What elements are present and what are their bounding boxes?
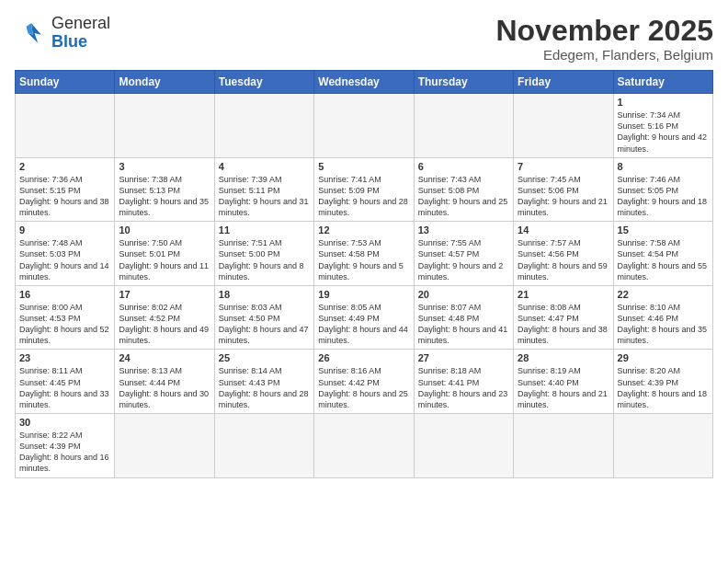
day-info: Sunrise: 8:18 AM Sunset: 4:41 PM Dayligh… (418, 365, 509, 410)
logo: GeneralBlue (15, 15, 110, 52)
day-info: Sunrise: 8:13 AM Sunset: 4:44 PM Dayligh… (119, 365, 210, 410)
table-row (514, 94, 613, 158)
table-row (115, 414, 214, 478)
day-info: Sunrise: 7:39 AM Sunset: 5:11 PM Dayligh… (219, 174, 310, 219)
col-sunday: Sunday (16, 71, 115, 94)
header: GeneralBlue November 2025 Edegem, Flande… (15, 15, 713, 63)
day-info: Sunrise: 8:19 AM Sunset: 4:40 PM Dayligh… (518, 365, 609, 410)
table-row (414, 94, 513, 158)
day-info: Sunrise: 7:55 AM Sunset: 4:57 PM Dayligh… (418, 237, 509, 282)
table-row: 4Sunrise: 7:39 AM Sunset: 5:11 PM Daylig… (214, 157, 313, 222)
table-row: 2Sunrise: 7:36 AM Sunset: 5:15 PM Daylig… (16, 157, 115, 222)
table-row (314, 414, 414, 478)
table-row: 25Sunrise: 8:14 AM Sunset: 4:43 PM Dayli… (214, 350, 313, 414)
table-row (414, 414, 513, 478)
table-row (613, 414, 712, 478)
day-info: Sunrise: 7:57 AM Sunset: 4:56 PM Dayligh… (518, 237, 609, 282)
calendar-week-row: 9Sunrise: 7:48 AM Sunset: 5:03 PM Daylig… (16, 222, 713, 286)
calendar-header-row: Sunday Monday Tuesday Wednesday Thursday… (16, 71, 713, 94)
day-number: 4 (219, 161, 310, 172)
table-row: 3Sunrise: 7:38 AM Sunset: 5:13 PM Daylig… (115, 157, 214, 222)
table-row: 14Sunrise: 7:57 AM Sunset: 4:56 PM Dayli… (514, 222, 613, 286)
col-tuesday: Tuesday (214, 71, 313, 94)
day-info: Sunrise: 8:16 AM Sunset: 4:42 PM Dayligh… (318, 365, 409, 410)
day-info: Sunrise: 8:11 AM Sunset: 4:45 PM Dayligh… (19, 365, 110, 410)
day-info: Sunrise: 8:03 AM Sunset: 4:50 PM Dayligh… (219, 302, 310, 347)
day-number: 24 (119, 352, 210, 363)
calendar-week-row: 30Sunrise: 8:22 AM Sunset: 4:39 PM Dayli… (16, 414, 713, 478)
day-info: Sunrise: 8:02 AM Sunset: 4:52 PM Dayligh… (119, 302, 210, 347)
table-row: 1Sunrise: 7:34 AM Sunset: 5:16 PM Daylig… (613, 94, 712, 158)
logo-icon (15, 17, 48, 50)
table-row: 11Sunrise: 7:51 AM Sunset: 5:00 PM Dayli… (214, 222, 313, 286)
day-info: Sunrise: 7:53 AM Sunset: 4:58 PM Dayligh… (318, 237, 409, 282)
table-row: 12Sunrise: 7:53 AM Sunset: 4:58 PM Dayli… (314, 222, 414, 286)
table-row: 27Sunrise: 8:18 AM Sunset: 4:41 PM Dayli… (414, 350, 513, 414)
table-row: 28Sunrise: 8:19 AM Sunset: 4:40 PM Dayli… (514, 350, 613, 414)
day-number: 7 (518, 161, 609, 172)
day-number: 6 (418, 161, 509, 172)
day-number: 15 (618, 224, 709, 236)
day-info: Sunrise: 8:07 AM Sunset: 4:48 PM Dayligh… (418, 302, 509, 347)
table-row: 23Sunrise: 8:11 AM Sunset: 4:45 PM Dayli… (16, 350, 115, 414)
table-row: 16Sunrise: 8:00 AM Sunset: 4:53 PM Dayli… (16, 285, 115, 350)
day-info: Sunrise: 7:36 AM Sunset: 5:15 PM Dayligh… (19, 174, 110, 219)
day-number: 19 (318, 289, 409, 300)
table-row (214, 414, 313, 478)
day-number: 1 (618, 97, 709, 108)
day-info: Sunrise: 8:20 AM Sunset: 4:39 PM Dayligh… (618, 365, 709, 410)
day-number: 11 (219, 224, 310, 236)
day-number: 9 (19, 224, 110, 236)
day-number: 29 (618, 352, 709, 363)
table-row: 5Sunrise: 7:41 AM Sunset: 5:09 PM Daylig… (314, 157, 414, 222)
day-number: 2 (19, 161, 110, 172)
col-saturday: Saturday (613, 71, 712, 94)
col-wednesday: Wednesday (314, 71, 414, 94)
col-friday: Friday (514, 71, 613, 94)
day-number: 5 (318, 161, 409, 172)
calendar-week-row: 1Sunrise: 7:34 AM Sunset: 5:16 PM Daylig… (16, 94, 713, 158)
day-info: Sunrise: 8:10 AM Sunset: 4:46 PM Dayligh… (618, 302, 709, 347)
day-info: Sunrise: 8:00 AM Sunset: 4:53 PM Dayligh… (19, 302, 110, 347)
calendar-week-row: 2Sunrise: 7:36 AM Sunset: 5:15 PM Daylig… (16, 157, 713, 222)
table-row: 13Sunrise: 7:55 AM Sunset: 4:57 PM Dayli… (414, 222, 513, 286)
day-info: Sunrise: 8:08 AM Sunset: 4:47 PM Dayligh… (518, 302, 609, 347)
day-number: 13 (418, 224, 509, 236)
table-row: 9Sunrise: 7:48 AM Sunset: 5:03 PM Daylig… (16, 222, 115, 286)
table-row: 26Sunrise: 8:16 AM Sunset: 4:42 PM Dayli… (314, 350, 414, 414)
table-row: 30Sunrise: 8:22 AM Sunset: 4:39 PM Dayli… (16, 414, 115, 478)
logo-text: GeneralBlue (51, 15, 110, 52)
day-number: 27 (418, 352, 509, 363)
day-info: Sunrise: 7:46 AM Sunset: 5:05 PM Dayligh… (618, 174, 709, 219)
table-row (214, 94, 313, 158)
table-row: 20Sunrise: 8:07 AM Sunset: 4:48 PM Dayli… (414, 285, 513, 350)
day-number: 21 (518, 289, 609, 300)
day-number: 23 (19, 352, 110, 363)
col-thursday: Thursday (414, 71, 513, 94)
day-number: 10 (119, 224, 210, 236)
table-row: 19Sunrise: 8:05 AM Sunset: 4:49 PM Dayli… (314, 285, 414, 350)
calendar-table: Sunday Monday Tuesday Wednesday Thursday… (15, 70, 713, 477)
table-row: 22Sunrise: 8:10 AM Sunset: 4:46 PM Dayli… (613, 285, 712, 350)
day-number: 8 (618, 161, 709, 172)
month-year-title: November 2025 (495, 15, 713, 47)
day-info: Sunrise: 7:51 AM Sunset: 5:00 PM Dayligh… (219, 237, 310, 282)
day-number: 22 (618, 289, 709, 300)
table-row (16, 94, 115, 158)
day-number: 14 (518, 224, 609, 236)
calendar-week-row: 23Sunrise: 8:11 AM Sunset: 4:45 PM Dayli… (16, 350, 713, 414)
day-number: 25 (219, 352, 310, 363)
day-number: 28 (518, 352, 609, 363)
day-info: Sunrise: 7:41 AM Sunset: 5:09 PM Dayligh… (318, 174, 409, 219)
table-row: 21Sunrise: 8:08 AM Sunset: 4:47 PM Dayli… (514, 285, 613, 350)
page: GeneralBlue November 2025 Edegem, Flande… (0, 0, 728, 563)
day-info: Sunrise: 7:50 AM Sunset: 5:01 PM Dayligh… (119, 237, 210, 282)
table-row (514, 414, 613, 478)
day-number: 30 (19, 417, 110, 428)
table-row: 10Sunrise: 7:50 AM Sunset: 5:01 PM Dayli… (115, 222, 214, 286)
day-info: Sunrise: 8:14 AM Sunset: 4:43 PM Dayligh… (219, 365, 310, 410)
day-info: Sunrise: 8:05 AM Sunset: 4:49 PM Dayligh… (318, 302, 409, 347)
table-row: 8Sunrise: 7:46 AM Sunset: 5:05 PM Daylig… (613, 157, 712, 222)
day-info: Sunrise: 7:43 AM Sunset: 5:08 PM Dayligh… (418, 174, 509, 219)
day-number: 17 (119, 289, 210, 300)
